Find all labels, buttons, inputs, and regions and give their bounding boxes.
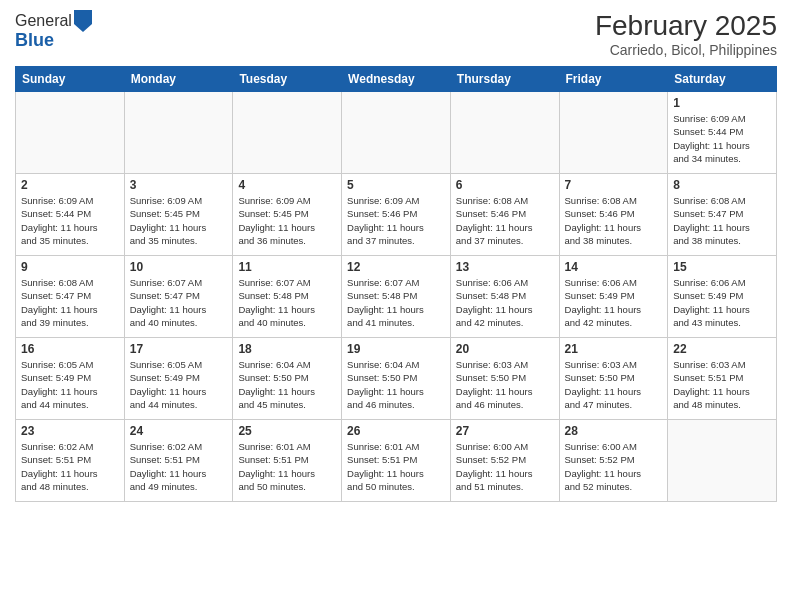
day-number: 17 — [130, 342, 228, 356]
day-number: 23 — [21, 424, 119, 438]
calendar-cell: 13Sunrise: 6:06 AM Sunset: 5:48 PM Dayli… — [450, 256, 559, 338]
svg-marker-0 — [74, 10, 92, 32]
month-year: February 2025 — [595, 10, 777, 42]
day-number: 16 — [21, 342, 119, 356]
day-number: 15 — [673, 260, 771, 274]
day-number: 27 — [456, 424, 554, 438]
day-number: 18 — [238, 342, 336, 356]
calendar-cell: 8Sunrise: 6:08 AM Sunset: 5:47 PM Daylig… — [668, 174, 777, 256]
calendar-cell: 24Sunrise: 6:02 AM Sunset: 5:51 PM Dayli… — [124, 420, 233, 502]
calendar-cell — [342, 92, 451, 174]
calendar-cell — [124, 92, 233, 174]
day-number: 9 — [21, 260, 119, 274]
day-info: Sunrise: 6:09 AM Sunset: 5:45 PM Dayligh… — [130, 194, 228, 247]
day-info: Sunrise: 6:07 AM Sunset: 5:48 PM Dayligh… — [238, 276, 336, 329]
day-number: 2 — [21, 178, 119, 192]
calendar-week-row-1: 2Sunrise: 6:09 AM Sunset: 5:44 PM Daylig… — [16, 174, 777, 256]
day-number: 11 — [238, 260, 336, 274]
calendar-cell: 25Sunrise: 6:01 AM Sunset: 5:51 PM Dayli… — [233, 420, 342, 502]
day-number: 1 — [673, 96, 771, 110]
day-info: Sunrise: 6:09 AM Sunset: 5:45 PM Dayligh… — [238, 194, 336, 247]
day-number: 12 — [347, 260, 445, 274]
day-info: Sunrise: 6:09 AM Sunset: 5:46 PM Dayligh… — [347, 194, 445, 247]
calendar-cell: 5Sunrise: 6:09 AM Sunset: 5:46 PM Daylig… — [342, 174, 451, 256]
logo-icon — [74, 10, 92, 32]
calendar-header-row: Sunday Monday Tuesday Wednesday Thursday… — [16, 67, 777, 92]
day-number: 21 — [565, 342, 663, 356]
calendar-week-row-2: 9Sunrise: 6:08 AM Sunset: 5:47 PM Daylig… — [16, 256, 777, 338]
calendar-cell: 17Sunrise: 6:05 AM Sunset: 5:49 PM Dayli… — [124, 338, 233, 420]
calendar-cell — [668, 420, 777, 502]
day-info: Sunrise: 6:02 AM Sunset: 5:51 PM Dayligh… — [130, 440, 228, 493]
day-info: Sunrise: 6:08 AM Sunset: 5:46 PM Dayligh… — [565, 194, 663, 247]
day-info: Sunrise: 6:06 AM Sunset: 5:48 PM Dayligh… — [456, 276, 554, 329]
day-number: 6 — [456, 178, 554, 192]
day-info: Sunrise: 6:03 AM Sunset: 5:50 PM Dayligh… — [565, 358, 663, 411]
calendar-cell: 22Sunrise: 6:03 AM Sunset: 5:51 PM Dayli… — [668, 338, 777, 420]
calendar-cell: 26Sunrise: 6:01 AM Sunset: 5:51 PM Dayli… — [342, 420, 451, 502]
calendar-cell: 2Sunrise: 6:09 AM Sunset: 5:44 PM Daylig… — [16, 174, 125, 256]
day-info: Sunrise: 6:01 AM Sunset: 5:51 PM Dayligh… — [347, 440, 445, 493]
day-number: 3 — [130, 178, 228, 192]
header: General Blue February 2025 Carriedo, Bic… — [15, 10, 777, 58]
calendar-cell: 20Sunrise: 6:03 AM Sunset: 5:50 PM Dayli… — [450, 338, 559, 420]
calendar-cell: 4Sunrise: 6:09 AM Sunset: 5:45 PM Daylig… — [233, 174, 342, 256]
calendar-cell — [450, 92, 559, 174]
day-number: 25 — [238, 424, 336, 438]
day-info: Sunrise: 6:04 AM Sunset: 5:50 PM Dayligh… — [347, 358, 445, 411]
calendar-cell: 16Sunrise: 6:05 AM Sunset: 5:49 PM Dayli… — [16, 338, 125, 420]
day-info: Sunrise: 6:05 AM Sunset: 5:49 PM Dayligh… — [21, 358, 119, 411]
calendar-table: Sunday Monday Tuesday Wednesday Thursday… — [15, 66, 777, 502]
calendar-cell: 1Sunrise: 6:09 AM Sunset: 5:44 PM Daylig… — [668, 92, 777, 174]
header-friday: Friday — [559, 67, 668, 92]
calendar-cell: 12Sunrise: 6:07 AM Sunset: 5:48 PM Dayli… — [342, 256, 451, 338]
day-number: 4 — [238, 178, 336, 192]
day-info: Sunrise: 6:07 AM Sunset: 5:48 PM Dayligh… — [347, 276, 445, 329]
day-info: Sunrise: 6:02 AM Sunset: 5:51 PM Dayligh… — [21, 440, 119, 493]
logo-blue-text: Blue — [15, 30, 92, 51]
day-number: 24 — [130, 424, 228, 438]
day-info: Sunrise: 6:05 AM Sunset: 5:49 PM Dayligh… — [130, 358, 228, 411]
day-number: 20 — [456, 342, 554, 356]
day-info: Sunrise: 6:09 AM Sunset: 5:44 PM Dayligh… — [673, 112, 771, 165]
day-number: 19 — [347, 342, 445, 356]
calendar-cell: 7Sunrise: 6:08 AM Sunset: 5:46 PM Daylig… — [559, 174, 668, 256]
calendar-cell: 3Sunrise: 6:09 AM Sunset: 5:45 PM Daylig… — [124, 174, 233, 256]
calendar-cell — [16, 92, 125, 174]
calendar-cell: 18Sunrise: 6:04 AM Sunset: 5:50 PM Dayli… — [233, 338, 342, 420]
logo: General Blue — [15, 10, 92, 51]
day-info: Sunrise: 6:08 AM Sunset: 5:47 PM Dayligh… — [673, 194, 771, 247]
day-info: Sunrise: 6:08 AM Sunset: 5:46 PM Dayligh… — [456, 194, 554, 247]
day-info: Sunrise: 6:03 AM Sunset: 5:51 PM Dayligh… — [673, 358, 771, 411]
calendar-cell: 15Sunrise: 6:06 AM Sunset: 5:49 PM Dayli… — [668, 256, 777, 338]
header-tuesday: Tuesday — [233, 67, 342, 92]
day-number: 8 — [673, 178, 771, 192]
calendar-cell: 9Sunrise: 6:08 AM Sunset: 5:47 PM Daylig… — [16, 256, 125, 338]
header-sunday: Sunday — [16, 67, 125, 92]
calendar-cell: 6Sunrise: 6:08 AM Sunset: 5:46 PM Daylig… — [450, 174, 559, 256]
day-number: 7 — [565, 178, 663, 192]
calendar-cell: 28Sunrise: 6:00 AM Sunset: 5:52 PM Dayli… — [559, 420, 668, 502]
header-monday: Monday — [124, 67, 233, 92]
day-number: 13 — [456, 260, 554, 274]
logo-general-text: General — [15, 12, 72, 30]
day-number: 14 — [565, 260, 663, 274]
location: Carriedo, Bicol, Philippines — [595, 42, 777, 58]
calendar-cell: 21Sunrise: 6:03 AM Sunset: 5:50 PM Dayli… — [559, 338, 668, 420]
day-number: 5 — [347, 178, 445, 192]
day-number: 10 — [130, 260, 228, 274]
calendar-cell: 23Sunrise: 6:02 AM Sunset: 5:51 PM Dayli… — [16, 420, 125, 502]
calendar-cell: 14Sunrise: 6:06 AM Sunset: 5:49 PM Dayli… — [559, 256, 668, 338]
calendar-cell — [559, 92, 668, 174]
calendar-week-row-4: 23Sunrise: 6:02 AM Sunset: 5:51 PM Dayli… — [16, 420, 777, 502]
calendar-cell: 11Sunrise: 6:07 AM Sunset: 5:48 PM Dayli… — [233, 256, 342, 338]
day-number: 26 — [347, 424, 445, 438]
calendar-cell — [233, 92, 342, 174]
day-info: Sunrise: 6:04 AM Sunset: 5:50 PM Dayligh… — [238, 358, 336, 411]
calendar-cell: 10Sunrise: 6:07 AM Sunset: 5:47 PM Dayli… — [124, 256, 233, 338]
title-block: February 2025 Carriedo, Bicol, Philippin… — [595, 10, 777, 58]
day-number: 22 — [673, 342, 771, 356]
header-thursday: Thursday — [450, 67, 559, 92]
day-info: Sunrise: 6:00 AM Sunset: 5:52 PM Dayligh… — [456, 440, 554, 493]
day-info: Sunrise: 6:00 AM Sunset: 5:52 PM Dayligh… — [565, 440, 663, 493]
